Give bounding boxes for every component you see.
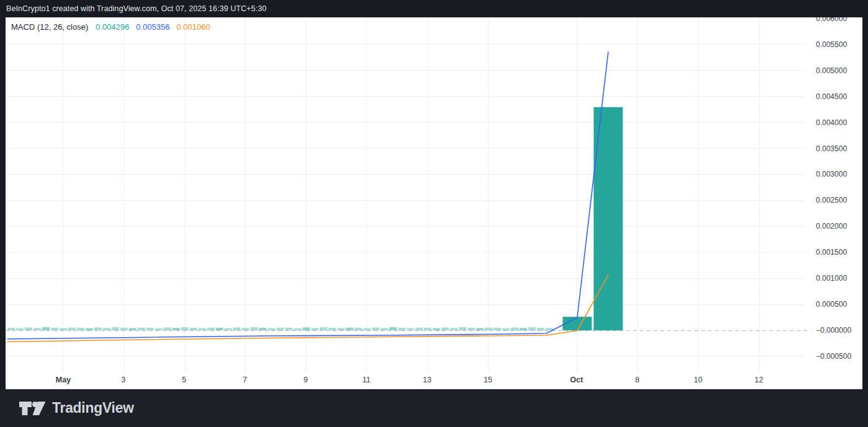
histogram-micro-bar [415, 328, 423, 330]
left-edge-strip [0, 17, 6, 389]
histogram-micro-bar [311, 328, 319, 330]
histogram-micro-bar [372, 327, 379, 330]
histogram-micro-bar [424, 328, 432, 330]
histogram-micro-bar [303, 327, 310, 330]
y-axis-label: 0.003000 [816, 170, 847, 178]
histogram-micro-bar [277, 328, 284, 330]
histogram-micro-bar [329, 328, 336, 330]
histogram-micro-bar [7, 328, 15, 330]
histogram-bar [563, 317, 592, 330]
signal-line [7, 275, 608, 341]
x-axis-label: May [56, 376, 71, 384]
histogram-micro-bar [77, 328, 84, 330]
histogram-micro-bar [285, 328, 293, 330]
macd-chart: 0.0060000.0055000.0050000.0045000.004000… [0, 17, 868, 389]
histogram-micro-bar [216, 328, 223, 330]
y-axis-label: 0.002000 [816, 222, 847, 231]
histogram-micro-bar [459, 327, 466, 330]
histogram-micro-bar [233, 327, 241, 330]
attribution-text: BeInCrypto1 created with TradingView.com… [6, 4, 267, 13]
y-axis-label: 0.004500 [816, 92, 847, 101]
histogram-micro-bar [42, 327, 50, 330]
x-axis-label: 9 [304, 376, 308, 384]
histogram-micro-bar [433, 328, 440, 330]
tradingview-logo-icon [19, 400, 46, 417]
histogram-micro-bar [25, 327, 32, 330]
y-axis-label: 0.001500 [816, 248, 847, 257]
histogram-micro-bar [485, 328, 492, 330]
x-axis-label: 8 [636, 376, 640, 384]
tradingview-snapshot: BeInCrypto1 created with TradingView.com… [0, 0, 868, 427]
x-axis-label: 10 [694, 376, 702, 384]
histogram-micro-bar [294, 328, 301, 330]
y-axis-label: −0.000000 [816, 326, 851, 335]
tradingview-logo[interactable]: TradingView [19, 400, 134, 417]
histogram-micro-bar [94, 327, 102, 330]
y-axis-label: 0.005500 [816, 40, 847, 49]
histogram-micro-bar [60, 328, 67, 330]
x-axis-label: 3 [122, 376, 126, 384]
x-axis-label: 15 [484, 376, 492, 384]
histogram-micro-bar [198, 328, 206, 330]
signal-line-value: 0.001060 [177, 22, 210, 32]
histogram-micro-bar [138, 328, 145, 330]
indicator-legend[interactable]: MACD (12, 26, close) 0.004296 0.005356 0… [11, 22, 217, 32]
histogram-micro-bar [68, 328, 76, 330]
histogram-micro-bar [407, 328, 414, 330]
indicator-title: MACD (12, 26, close) [11, 22, 88, 32]
histogram-micro-bar [355, 328, 362, 330]
histogram-micro-bar [502, 328, 510, 330]
histogram-micro-bar [398, 328, 405, 330]
histogram-micro-bar [129, 328, 136, 330]
histogram-micro-bar [103, 328, 110, 330]
y-axis-label: −0.000500 [816, 352, 851, 361]
y-axis-label: 0.004000 [816, 118, 847, 127]
x-axis-label: 5 [182, 376, 187, 384]
histogram-micro-bar [363, 328, 371, 330]
y-axis-label: 0.001000 [816, 274, 847, 283]
histogram-micro-bar [155, 328, 162, 330]
histogram-micro-bar [164, 327, 171, 330]
histogram-micro-bar [16, 328, 24, 330]
y-axis-label: 0.006000 [816, 17, 847, 23]
histogram-micro-bar [146, 328, 154, 330]
histogram-micro-bar [207, 328, 215, 330]
histogram-micro-bar [120, 328, 128, 330]
histogram-micro-bar [86, 328, 93, 330]
attribution-bar: BeInCrypto1 created with TradingView.com… [0, 0, 868, 17]
histogram-micro-bar [450, 328, 458, 330]
histogram-micro-bar [259, 328, 267, 330]
histogram-micro-bar [346, 328, 353, 330]
histogram-micro-bar [537, 328, 544, 330]
histogram-micro-bar [520, 328, 527, 330]
histogram-micro-bar [51, 328, 58, 330]
x-axis-label: 11 [363, 376, 371, 384]
histogram-micro-bar [528, 327, 536, 330]
histogram-micro-bar [476, 328, 484, 330]
histogram-micro-bar [268, 328, 275, 330]
histogram-micro-bar [441, 327, 449, 330]
histogram-value: 0.004296 [95, 22, 129, 32]
x-axis-label: 12 [755, 376, 763, 384]
histogram-micro-bar [250, 327, 258, 330]
x-axis-label: 13 [423, 376, 432, 384]
y-axis-label: 0.002500 [816, 196, 847, 205]
footer-bar: TradingView [0, 389, 868, 427]
tradingview-logo-text: TradingView [52, 400, 134, 416]
macd-line-value: 0.005356 [136, 22, 170, 32]
histogram-micro-bar [494, 328, 501, 330]
histogram-micro-bar [467, 328, 475, 330]
y-axis-label: 0.005000 [816, 66, 847, 75]
right-edge-strip [862, 17, 868, 389]
y-axis-label: 0.003500 [816, 144, 847, 153]
histogram-micro-bar [381, 328, 388, 330]
histogram-micro-bar [33, 328, 41, 330]
histogram-micro-bar [511, 327, 518, 330]
macd-line [7, 52, 608, 339]
histogram-micro-bar [190, 328, 197, 330]
histogram-micro-bar [389, 327, 397, 330]
histogram-micro-bar [337, 328, 345, 330]
histogram-micro-bar [320, 327, 327, 330]
macd-pane: 0.0060000.0055000.0050000.0045000.004000… [0, 17, 868, 389]
histogram-micro-bar [112, 327, 119, 330]
